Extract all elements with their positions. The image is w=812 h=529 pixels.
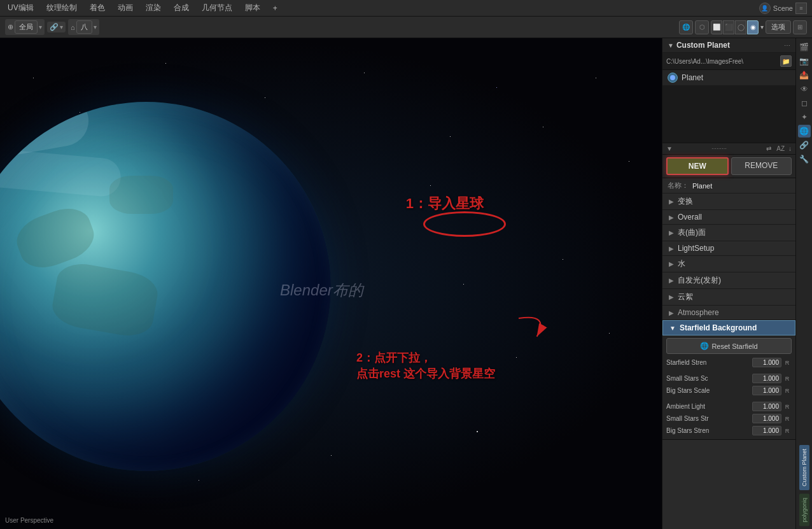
section-label-overall: Overall (678, 213, 702, 222)
planet-dot (670, 75, 675, 80)
scene-label: Scene (773, 4, 793, 12)
toolbar-wireframe-icon[interactable]: ⬛ (723, 20, 734, 34)
file-browse-btn[interactable]: 📁 (780, 55, 792, 67)
menu-texture[interactable]: 纹理绘制 (44, 1, 80, 15)
viewport[interactable]: Blender布的 1：导入星球 2：点开下拉， 点击rest 这个导入背景星空… (0, 38, 662, 529)
eight-dropdown-icon[interactable]: ▾ (94, 24, 97, 31)
view-dropdown-icon[interactable]: ▾ (760, 24, 764, 31)
options-btn[interactable]: 选项 (766, 20, 791, 34)
panel-title: Custom Planet (676, 41, 781, 50)
swap-icon[interactable]: ⇄ (766, 145, 771, 152)
dropdown-icon[interactable]: ▾ (39, 24, 42, 31)
polygoniq-vertical-tab[interactable]: polygoniq (799, 494, 809, 526)
toolbar-solid-icon[interactable]: ⬜ (711, 20, 722, 34)
globe-icon: 🌐 (700, 342, 709, 350)
param-value-small-stars-str[interactable]: 1.000 (752, 414, 781, 423)
custom-planet-vertical-tab[interactable]: Custom Planet (799, 445, 809, 490)
param-reset-big-stars-scale[interactable]: R (783, 388, 792, 394)
section-clouds[interactable]: ▶ 云絮 (662, 289, 795, 306)
toolbar-rendered-icon[interactable]: ◯ (735, 20, 746, 34)
global-mode-btn[interactable]: 全局 (15, 20, 38, 34)
starfield-controls: 🌐 Reset Starfield Starfield Stren 1.000 … (662, 335, 795, 440)
section-starfield[interactable]: ▼ Starfield Background (662, 320, 795, 335)
section-surface[interactable]: ▶ 表(曲)面 (662, 225, 795, 241)
right-icon-view[interactable]: 👁 (798, 83, 811, 95)
remove-button[interactable]: REMOVE (731, 157, 792, 175)
menu-animation[interactable]: 动画 (115, 1, 136, 15)
menu-geometry-nodes[interactable]: 几何节点 (199, 1, 235, 15)
chevron-icon-clouds: ▶ (669, 293, 674, 300)
param-value-ambient-light[interactable]: 1.000 (752, 402, 781, 411)
toolbar-material-icon[interactable]: ◉ (747, 20, 759, 34)
reset-starfield-btn[interactable]: 🌐 Reset Starfield (666, 338, 792, 354)
chevron-icon-water: ▶ (669, 260, 674, 267)
section-label-emission: 自发光(发射) (678, 275, 721, 286)
name-label: 名称： (668, 181, 689, 190)
az-sort-icon[interactable]: AZ (776, 145, 785, 152)
planet-item-name: Planet (682, 73, 703, 82)
param-reset-small-stars-sc[interactable]: R (783, 376, 792, 382)
toolbar-overlay-icon[interactable]: 🌐 (679, 20, 693, 34)
param-value-starfield-str[interactable]: 1.000 (752, 358, 781, 367)
chevron-icon-lightsetup: ▶ (669, 245, 674, 252)
sort-arrow-icon[interactable]: ↓ (788, 145, 792, 152)
menu-render[interactable]: 渲染 (143, 1, 164, 15)
chevron-icon-overall: ▶ (669, 214, 674, 221)
section-water[interactable]: ▶ 水 (662, 256, 795, 272)
new-button[interactable]: NEW (666, 157, 729, 175)
right-icon-output[interactable]: 📤 (798, 69, 811, 81)
action-buttons-row: NEW REMOVE (662, 155, 795, 178)
toolbar-gizmo-icon[interactable]: ⬡ (695, 20, 709, 34)
param-value-big-stars-scale[interactable]: 1.000 (752, 386, 781, 395)
menu-add[interactable]: + (270, 3, 280, 14)
panel-more-btn[interactable]: ⋯ (784, 42, 790, 49)
toolbar-group-snap: 🔗 ▾ (47, 22, 66, 32)
chevron-icon-starfield: ▼ (669, 325, 676, 332)
file-path-row: C:\Users\Ad...\ImagesFree\ 📁 (662, 53, 795, 70)
main-layout: Blender布的 1：导入星球 2：点开下拉， 点击rest 这个导入背景星空… (0, 38, 812, 529)
panel-header: ▼ Custom Planet ⋯ (662, 38, 795, 53)
main-toolbar: ⊕ 全局 ▾ 🔗 ▾ ⌂ 八 ▾ 🌐 ⬡ ⬜ ⬛ ◯ ◉ ▾ 选项 ⊞ (0, 17, 812, 38)
right-icon-particles[interactable]: ✦ (798, 111, 811, 123)
section-emission[interactable]: ▶ 自发光(发射) (662, 272, 795, 289)
menu-shading[interactable]: 着色 (87, 1, 108, 15)
param-name-big-stars-scale: Big Stars Scale (666, 387, 751, 394)
right-icon-modifiers[interactable]: 🔧 (798, 153, 811, 166)
file-path-text: C:\Users\Ad...\ImagesFree\ (666, 58, 778, 65)
panel-collapse-icon[interactable]: ▼ (668, 42, 674, 49)
param-value-small-stars-sc[interactable]: 1.000 (752, 374, 781, 383)
param-name-big-stars-str: Big Stars Stren (666, 427, 751, 434)
right-icon-scene[interactable]: 🎬 (798, 41, 811, 53)
toolbar-expand-icon[interactable]: ⊞ (793, 20, 807, 34)
param-value-big-stars-str[interactable]: 1.000 (752, 426, 781, 435)
toolbar-group-global: ⊕ 全局 ▾ (5, 19, 45, 35)
section-transform[interactable]: ▶ 变换 (662, 194, 795, 210)
section-lightsetup[interactable]: ▶ LightSetup (662, 241, 795, 256)
param-row-small-stars-sc: Small Stars Sc 1.000 R (666, 372, 792, 384)
param-reset-small-stars-str[interactable]: R (783, 416, 792, 422)
menu-uv[interactable]: UV编辑 (5, 1, 36, 15)
eight-btn[interactable]: 八 (76, 20, 92, 34)
top-menu-icon[interactable]: ≡ (795, 3, 807, 14)
right-icon-world[interactable]: 🌐 (798, 125, 811, 138)
section-label-water: 水 (678, 258, 685, 269)
right-icon-constraints[interactable]: 🔗 (798, 139, 811, 152)
toolbar-group-eight: ⌂ 八 ▾ (68, 19, 99, 35)
chevron-icon-emission: ▶ (669, 277, 674, 284)
section-label-lightsetup: LightSetup (678, 244, 714, 253)
name-value: Planet (692, 182, 790, 190)
annotation-2: 2：点开下拉， 点击rest 这个导入背景星空 (356, 350, 495, 382)
menu-scripting[interactable]: 脚本 (242, 1, 263, 15)
chevron-icon-atmosphere: ▶ (669, 309, 674, 316)
section-overall[interactable]: ▶ Overall (662, 210, 795, 225)
section-atmosphere[interactable]: ▶ Atmosphere (662, 306, 795, 320)
snap-dropdown-icon[interactable]: ▾ (60, 24, 63, 31)
param-reset-ambient-light[interactable]: R (783, 404, 792, 410)
menu-composite[interactable]: 合成 (171, 1, 192, 15)
sort-dots: ⋯⋯⋯ (675, 146, 762, 152)
right-icon-render[interactable]: 📷 (798, 55, 811, 67)
param-reset-starfield-str[interactable]: R (783, 360, 792, 366)
right-icon-object[interactable]: ◻ (798, 97, 811, 109)
param-reset-big-stars-str[interactable]: R (783, 428, 792, 434)
user-avatar-icon[interactable]: 👤 (759, 3, 771, 14)
